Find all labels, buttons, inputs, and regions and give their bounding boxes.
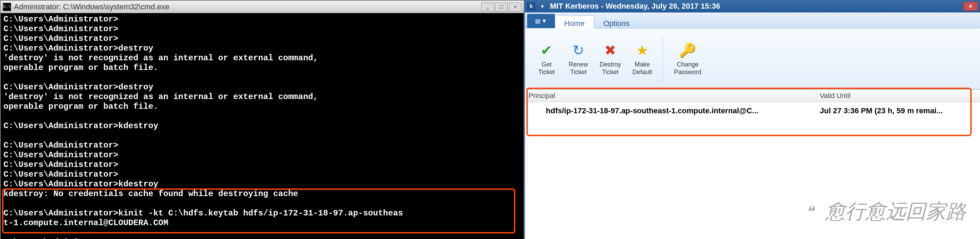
get-ticket-label: GetTicket: [538, 61, 555, 76]
cmd-title: Administrator: C:\Windows\system32\cmd.e…: [14, 2, 481, 11]
make-default-button[interactable]: ★ MakeDefault: [626, 42, 658, 76]
x-icon: ✖: [602, 42, 619, 59]
cmd-titlebar[interactable]: C:\ Administrator: C:\Windows\system32\c…: [1, 1, 523, 13]
change-password-button[interactable]: 🔑 ChangePassword: [667, 42, 708, 76]
dropdown-icon: ▼: [542, 18, 547, 24]
maximize-button[interactable]: □: [495, 2, 508, 11]
column-principal[interactable]: Principal: [525, 90, 816, 102]
kerberos-window: k ▾ MIT Kerberos - Wednesday, July 26, 2…: [524, 0, 980, 239]
ribbon-separator: [662, 36, 663, 81]
cmd-line: C:\Users\Administrator>destroy: [3, 82, 153, 92]
refresh-icon: ↻: [570, 42, 587, 59]
renew-ticket-label: RenewTicket: [569, 61, 588, 76]
kerberos-tabs: ▤ ▼ Home Options: [525, 13, 980, 28]
close-button[interactable]: ×: [509, 2, 522, 11]
star-icon: ★: [634, 42, 651, 59]
kerberos-titlebar[interactable]: k ▾ MIT Kerberos - Wednesday, July 26, 2…: [525, 0, 980, 13]
kerberos-app-icon: k: [527, 2, 535, 10]
ticket-row[interactable]: hdfs/ip-172-31-18-97.ap-southeast-1.comp…: [525, 102, 980, 119]
cmd-line: C:\Users\Administrator>: [3, 237, 118, 239]
tab-options[interactable]: Options: [594, 15, 639, 28]
make-default-label: MakeDefault: [632, 61, 652, 76]
ticket-principal: hdfs/ip-172-31-18-97.ap-southeast-1.comp…: [525, 106, 816, 116]
doc-icon: ▤: [535, 17, 540, 24]
cmd-window-controls: _ □ ×: [481, 2, 522, 11]
renew-ticket-button[interactable]: ↻ RenewTicket: [563, 42, 594, 76]
kerberos-title: MIT Kerberos - Wednesday, July 26, 2017 …: [550, 2, 963, 11]
key-icon: 🔑: [679, 42, 696, 59]
cmd-line: t-1.compute.internal@CLOUDERA.COM: [3, 218, 168, 228]
change-password-label: ChangePassword: [674, 61, 701, 76]
cmd-line: C:\Users\Administrator>destroy: [3, 44, 153, 53]
file-menu-button[interactable]: ▤ ▼: [527, 14, 555, 28]
cmd-line: 'destroy' is not recognized as an intern…: [3, 53, 318, 63]
destroy-ticket-label: DestroyTicket: [600, 61, 621, 76]
cmd-line: C:\Users\Administrator>kdestroy: [3, 121, 158, 131]
ticket-valid-until: Jul 27 3:36 PM (23 h, 59 m remai...: [816, 106, 980, 116]
cmd-line: 'destroy' is not recognized as an intern…: [3, 92, 318, 101]
cmd-line: kdestroy: No credentials cache found whi…: [3, 189, 298, 198]
watermark: ❝ 愈行愈远回家路: [798, 198, 966, 225]
cmd-icon: C:\: [3, 3, 11, 11]
close-button[interactable]: ×: [963, 2, 978, 11]
system-menu-icon[interactable]: ▾: [538, 2, 547, 10]
cmd-line: C:\Users\Administrator>kdestroy: [3, 179, 158, 189]
kerberos-ticket-list: Principal Valid Until hdfs/ip-172-31-18-…: [525, 89, 980, 239]
destroy-ticket-button[interactable]: ✖ DestroyTicket: [594, 42, 626, 76]
check-icon: ✔: [538, 42, 555, 59]
cmd-line: C:\Users\Administrator>: [3, 34, 118, 43]
cmd-window: C:\ Administrator: C:\Windows\system32\c…: [0, 0, 524, 239]
cmd-line: C:\Users\Administrator>: [3, 24, 118, 33]
cmd-line: C:\Users\Administrator>: [3, 14, 118, 24]
cmd-line: C:\Users\Administrator>: [3, 170, 118, 179]
column-valid-until[interactable]: Valid Until: [816, 90, 980, 102]
wechat-icon: ❝: [798, 199, 822, 224]
kerberos-ribbon: ✔ GetTicket ↻ RenewTicket ✖ DestroyTicke…: [525, 28, 980, 89]
watermark-text: 愈行愈远回家路: [825, 198, 966, 225]
get-ticket-button[interactable]: ✔ GetTicket: [531, 42, 563, 76]
cmd-line: C:\Users\Administrator>kinit -kt C:\hdfs…: [3, 209, 403, 218]
tab-home[interactable]: Home: [555, 15, 594, 28]
cmd-line: operable program or batch file.: [3, 63, 158, 73]
cmd-line: C:\Users\Administrator>: [3, 160, 118, 169]
table-header: Principal Valid Until: [525, 90, 980, 102]
cmd-terminal-output[interactable]: C:\Users\Administrator> C:\Users\Adminis…: [1, 13, 523, 239]
cmd-line: operable program or batch file.: [3, 102, 158, 111]
minimize-button[interactable]: _: [481, 2, 494, 11]
cmd-line: C:\Users\Administrator>: [3, 141, 118, 150]
cmd-line: C:\Users\Administrator>: [3, 150, 118, 160]
